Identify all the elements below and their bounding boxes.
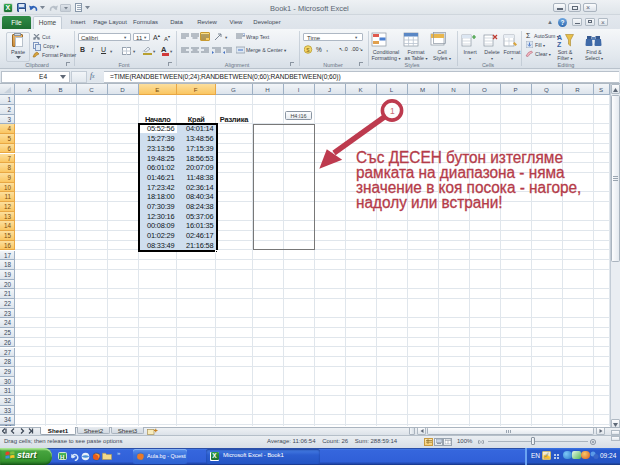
svg-text:1: 1 [390,106,395,116]
